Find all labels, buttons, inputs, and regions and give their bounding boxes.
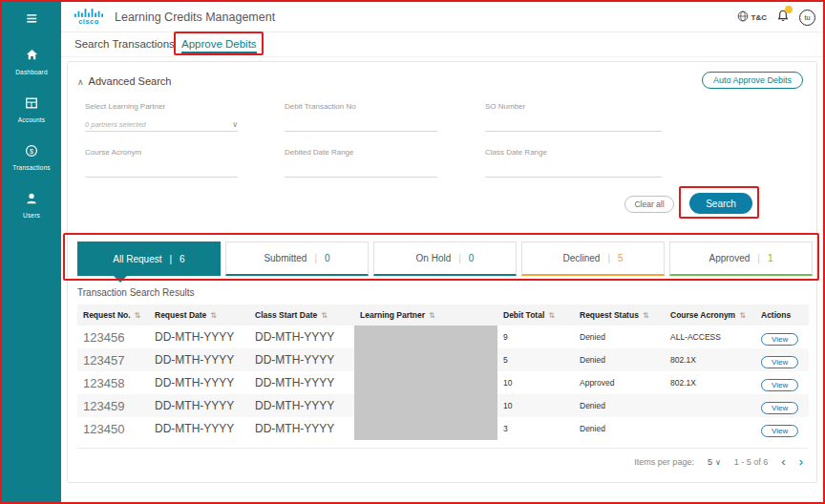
view-button[interactable]: View (761, 402, 798, 414)
search-button[interactable]: Search (689, 193, 752, 214)
sidebar-item-dashboard[interactable]: Dashboard (2, 41, 61, 82)
menu-icon[interactable]: ≡ (26, 9, 37, 28)
request-date-cell: DD-MTH-YYYY (149, 348, 249, 371)
debited-date-range-field[interactable]: Debited Date Range (285, 148, 437, 178)
divider: | (314, 253, 317, 263)
items-per-page-value: 5 (708, 457, 712, 467)
results-title: Transaction Search Results (77, 287, 194, 298)
sort-icon[interactable]: ⇅ (135, 311, 141, 320)
tabs-divider (61, 56, 823, 57)
status-tab-count: 1 (768, 253, 773, 263)
redacted-partner-value (354, 326, 497, 348)
clear-all-button[interactable]: Clear all (624, 196, 674, 213)
so-number-field[interactable]: SO Number (485, 102, 662, 132)
items-per-page-select[interactable]: 5∨ (708, 457, 721, 467)
request-no-cell: 123450 (77, 417, 149, 440)
content-card: ∧Advanced Search Auto Approve Debits Sel… (67, 61, 817, 483)
sidebar-item-label: Transactions (12, 164, 50, 171)
notification-badge (785, 6, 793, 13)
sidebar-item-accounts[interactable]: Accounts (2, 90, 61, 130)
sidebar-item-transactions[interactable]: $ Transactions (2, 137, 61, 178)
class-start-date-cell: DD-MTH-YYYY (249, 326, 354, 348)
status-tab-all-request[interactable]: All Request | 6 (77, 242, 221, 276)
transactions-icon: $ (25, 144, 38, 161)
view-button[interactable]: View (761, 425, 798, 437)
status-tab-count: 5 (618, 253, 624, 263)
column-header-request-no[interactable]: Request No.⇅ (77, 304, 149, 326)
status-tab-submitted[interactable]: Submitted | 0 (225, 242, 369, 276)
course-acronym-field[interactable]: Course Acronym (85, 148, 238, 178)
column-header-learning-partner[interactable]: Learning Partner⇅ (354, 304, 497, 326)
column-label: Course Acronym (670, 310, 735, 320)
terms-label: T&C (751, 13, 767, 22)
column-header-request-date[interactable]: Request Date⇅ (149, 304, 249, 326)
request-date-cell: DD-MTH-YYYY (149, 326, 249, 348)
globe-icon (737, 9, 749, 26)
debit-total-cell: 3 (497, 417, 574, 440)
course-acronym-cell: ALL-ACCESS (665, 326, 755, 348)
sidebar-item-label: Users (23, 212, 40, 219)
sort-icon[interactable]: ⇅ (429, 311, 435, 320)
redacted-partner-value (354, 417, 497, 440)
table-row: 123458 DD-MTH-YYYY DD-MTH-YYYY 10 Approv… (77, 371, 809, 394)
column-label: Request Date (155, 310, 206, 320)
divider (77, 448, 807, 449)
course-acronym-cell (665, 394, 755, 417)
status-tab-approved[interactable]: Approved | 1 (669, 242, 813, 276)
class-start-date-cell: DD-MTH-YYYY (249, 348, 354, 371)
class-date-range-field[interactable]: Class Date Range (485, 148, 662, 178)
sort-icon[interactable]: ⇅ (739, 311, 746, 320)
field-label: Course Acronym (85, 148, 238, 157)
sidebar-item-users[interactable]: Users (2, 185, 61, 225)
class-start-date-cell: DD-MTH-YYYY (249, 417, 354, 440)
debit-total-cell: 5 (497, 348, 574, 371)
chevron-down-icon: ∨ (232, 120, 238, 129)
column-header-request-status[interactable]: Request Status⇅ (574, 304, 665, 326)
auto-approve-debits-button[interactable]: Auto Approve Debits (702, 72, 803, 89)
class-start-date-cell: DD-MTH-YYYY (249, 394, 354, 417)
class-start-date-cell: DD-MTH-YYYY (249, 371, 354, 394)
status-tab-count: 0 (469, 253, 475, 263)
course-acronym-cell (665, 417, 755, 440)
avatar[interactable]: tu (799, 10, 815, 26)
redacted-partner-value (354, 371, 497, 394)
sort-icon[interactable]: ⇅ (643, 311, 649, 320)
status-tab-label: Declined (562, 253, 600, 263)
column-header-debit-total[interactable]: Debit Total⇅ (497, 304, 574, 326)
sort-icon[interactable]: ⇅ (321, 311, 328, 320)
view-button[interactable]: View (761, 333, 798, 346)
course-acronym-cell: 802.1X (665, 371, 755, 394)
request-status-cell: Denied (574, 348, 665, 371)
view-button[interactable]: View (761, 356, 798, 368)
request-status-cell: Denied (574, 417, 665, 440)
sort-icon[interactable]: ⇅ (548, 311, 555, 320)
divider: | (757, 253, 760, 263)
request-no-cell: 123458 (77, 371, 149, 394)
status-tab-on-hold[interactable]: On Hold | 0 (373, 242, 517, 276)
column-header-course-acronym[interactable]: Course Acronym⇅ (665, 304, 755, 326)
sort-icon[interactable]: ⇅ (210, 311, 217, 320)
collapse-icon: ∧ (77, 77, 84, 87)
request-date-cell: DD-MTH-YYYY (149, 371, 249, 394)
field-label: SO Number (485, 102, 662, 111)
cisco-logo: cisco (74, 9, 103, 26)
debit-transaction-no-field[interactable]: Debit Transaction No (285, 102, 437, 132)
debit-total-cell: 9 (497, 326, 574, 348)
next-page-button[interactable]: › (799, 455, 803, 468)
tab-search-transactions[interactable]: Search Transactions (74, 38, 175, 50)
column-label: Debit Total (503, 310, 544, 320)
prev-page-button[interactable]: ‹ (781, 455, 785, 468)
pagination-range: 1 - 5 of 6 (734, 457, 769, 467)
terms-link[interactable]: T&C (737, 9, 767, 26)
notifications-button[interactable] (776, 9, 790, 27)
view-button[interactable]: View (761, 379, 798, 391)
status-tab-count: 0 (325, 253, 330, 263)
tab-approve-debits[interactable]: Approve Debits (181, 38, 257, 53)
divider: | (169, 254, 172, 264)
status-tab-declined[interactable]: Declined | 5 (521, 242, 665, 276)
learning-partner-select[interactable]: Select Learning Partner 0 partners selec… (85, 102, 238, 132)
table-header-row: Request No.⇅ Request Date⇅ Class Start D… (77, 304, 809, 326)
sidebar-item-label: Accounts (18, 116, 45, 123)
column-header-class-start-date[interactable]: Class Start Date⇅ (249, 304, 354, 326)
advanced-search-toggle[interactable]: ∧Advanced Search (77, 75, 171, 87)
